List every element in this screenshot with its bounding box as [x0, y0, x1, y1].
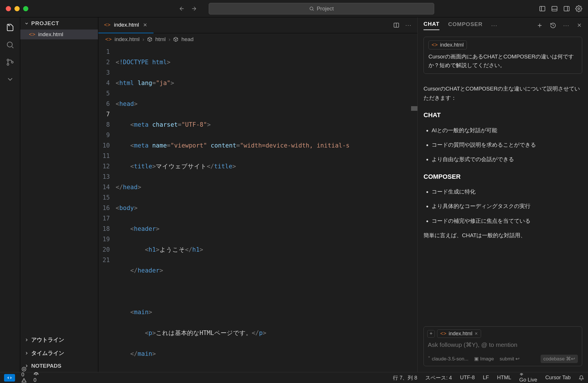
split-editor-icon[interactable]: [393, 22, 400, 28]
close-window-button[interactable]: [6, 6, 11, 11]
svg-point-7: [7, 63, 9, 65]
eol-status[interactable]: LF: [483, 375, 489, 381]
html-file-icon: <>: [432, 42, 438, 48]
chevron-right-icon: [24, 351, 29, 356]
source-control-icon[interactable]: [6, 58, 14, 67]
cursor-position[interactable]: 行 7、列 8: [393, 374, 417, 381]
ai-intro: CursorのCHATとCOMPOSERの主な違いについて説明させていただきます…: [424, 84, 582, 103]
add-context-button[interactable]: +: [427, 330, 435, 338]
heading-composer: COMPOSER: [424, 171, 582, 182]
chat-input-box: + <> index.html × Ask followup (⌘Y), @ t…: [424, 326, 582, 366]
timeline-section[interactable]: タイムライン: [20, 347, 98, 360]
more-icon[interactable]: ···: [491, 22, 498, 29]
svg-rect-1: [540, 6, 545, 11]
command-center-search[interactable]: Project: [209, 3, 434, 14]
breadcrumb-file: index.html: [114, 36, 140, 43]
outline-section[interactable]: アウトライン: [20, 333, 98, 347]
line-gutter: 123456789101112131415161718192021: [98, 45, 116, 372]
heading-chat: CHAT: [424, 110, 582, 120]
breadcrumb-sep: ›: [169, 36, 170, 43]
symbol-icon: [173, 37, 178, 42]
breadcrumb-sym2: head: [181, 36, 193, 43]
breadcrumb-sep: ›: [143, 36, 144, 43]
explorer-icon[interactable]: [6, 23, 14, 32]
chevron-down-icon[interactable]: [6, 75, 14, 83]
svg-point-12: [521, 374, 522, 375]
history-icon[interactable]: [550, 22, 556, 29]
breadcrumb[interactable]: <> index.html › html › head: [98, 33, 417, 45]
list-item: コード生成に特化: [432, 187, 582, 196]
ai-summary: 簡単に言えば、CHATは一般的な対話用、: [424, 231, 582, 240]
new-chat-icon[interactable]: [537, 22, 543, 29]
context-file-chip[interactable]: <> index.html: [428, 40, 467, 49]
ai-panel-tabs: CHAT COMPOSER ··· ···: [418, 17, 588, 33]
search-icon: [309, 6, 314, 11]
search-nav-icon[interactable]: [6, 40, 14, 49]
port-status[interactable]: 0: [34, 372, 39, 383]
go-live-button[interactable]: Go Live: [519, 372, 537, 383]
codebase-button[interactable]: codebase ⌘↩: [541, 355, 578, 363]
cursor-tab-status[interactable]: Cursor Tab: [545, 375, 571, 381]
list-item: コードの補完や修正に焦点を当てている: [432, 216, 582, 226]
code-editor[interactable]: 123456789101112131415161718192021 <!DOCT…: [98, 45, 417, 372]
tab-composer[interactable]: COMPOSER: [448, 21, 482, 30]
language-status[interactable]: HTML: [497, 375, 511, 381]
chat-content: <> index.html Cursorの画面内にあるCHATとCOMPOSER…: [418, 33, 588, 372]
svg-point-11: [36, 374, 37, 375]
breadcrumb-sym1: html: [155, 36, 166, 43]
list-item: より自由な形式での会話ができる: [432, 155, 582, 164]
code-content[interactable]: <!DOCTYPE html> <html lang="ja"> <head> …: [116, 45, 417, 372]
chip-file: index.html: [440, 42, 464, 48]
minimize-window-button[interactable]: [14, 6, 20, 11]
notifications-icon[interactable]: [579, 375, 584, 380]
list-item: コードの質問や説明を求めることができる: [432, 140, 582, 150]
editor-area: <> index.html ··· <> index.html › html ›: [98, 17, 417, 372]
svg-point-5: [7, 42, 12, 47]
tabs-bar: <> index.html ···: [98, 17, 417, 33]
file-item-index[interactable]: <> index.html: [20, 30, 98, 39]
tab-close-icon[interactable]: [143, 22, 148, 27]
model-picker[interactable]: ˅ claude-3.5-son...: [428, 356, 468, 362]
svg-rect-3: [564, 6, 569, 11]
ai-panel: CHAT COMPOSER ··· ··· <> index.html Curs…: [417, 17, 588, 372]
close-panel-icon[interactable]: [576, 22, 582, 29]
panel-left-icon[interactable]: [539, 5, 546, 12]
html-file-icon: <>: [104, 22, 110, 28]
tab-chat[interactable]: CHAT: [424, 21, 439, 30]
status-bar: 0 0 0 行 7、列 8 スペース: 4 UTF-8 LF HTML Go L…: [0, 372, 588, 383]
settings-gear-icon[interactable]: [575, 5, 582, 12]
file-name: index.html: [38, 31, 63, 38]
outline-label: アウトライン: [31, 336, 64, 344]
forward-button[interactable]: [191, 5, 197, 12]
minimap-indicator[interactable]: [411, 106, 417, 111]
indent-status[interactable]: スペース: 4: [425, 374, 452, 381]
input-file-chip[interactable]: <> index.html ×: [437, 329, 481, 338]
more-actions-icon[interactable]: ···: [405, 22, 412, 28]
submit-button[interactable]: submit ↩: [500, 356, 519, 362]
chip-close-icon[interactable]: ×: [475, 331, 478, 337]
ai-response: CursorのCHATとCOMPOSERの主な違いについて説明させていただきます…: [424, 81, 582, 324]
errors-status[interactable]: 0 0: [21, 367, 27, 383]
image-button[interactable]: ▣ Image: [474, 356, 494, 362]
svg-point-8: [11, 61, 13, 63]
svg-point-0: [310, 7, 313, 10]
tab-index-html[interactable]: <> index.html: [98, 17, 154, 33]
panel-right-icon[interactable]: [563, 5, 570, 12]
svg-point-4: [578, 8, 580, 10]
project-header[interactable]: PROJECT: [20, 17, 98, 30]
title-bar: Project: [0, 0, 588, 17]
encoding-status[interactable]: UTF-8: [460, 375, 475, 381]
sidebar: PROJECT <> index.html アウトライン タイムライン NOTE…: [20, 17, 98, 372]
back-button[interactable]: [179, 5, 185, 12]
panel-bottom-icon[interactable]: [551, 5, 558, 12]
chevron-right-icon: [24, 338, 29, 342]
remote-button[interactable]: [4, 374, 15, 382]
maximize-window-button[interactable]: [23, 6, 28, 11]
chip-file-name: index.html: [449, 331, 472, 337]
html-file-icon: <>: [105, 36, 112, 43]
svg-rect-2: [552, 6, 557, 11]
tab-label: index.html: [114, 22, 139, 28]
more-icon[interactable]: ···: [563, 22, 569, 29]
followup-input[interactable]: Ask followup (⌘Y), @ to mention: [424, 338, 582, 352]
list-item: AIとの一般的な対話が可能: [432, 126, 582, 135]
